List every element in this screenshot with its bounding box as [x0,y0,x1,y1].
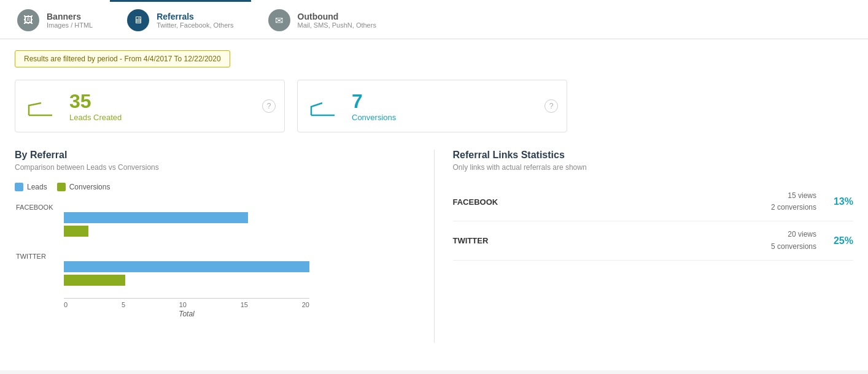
ref-name: FACEBOOK [453,197,771,207]
leads-bar [64,261,309,272]
leads-label: Leads Created [69,113,122,122]
tab-label-outbound: Outbound [298,12,376,21]
leads-chart-icon [28,94,58,118]
x-axis-label: Total [64,310,309,318]
by-referral-title: By Referral [15,150,416,161]
tab-sublabel-banners: Images / HTML [47,21,93,29]
leads-bar-row [64,261,416,272]
leads-bar-row [64,212,416,223]
leads-bar [64,212,248,223]
legend-leads-label: Leads [27,183,47,191]
tab-referrals[interactable]: 🖥 Referrals Twitter, Facebook, Others [110,0,250,39]
legend-leads-box [15,183,23,191]
tab-icon-outbound: ✉ [268,9,290,31]
conversions-help-icon[interactable]: ? [544,99,558,113]
ref-pct: 13% [829,196,853,207]
filter-badge: Results are filtered by period - From 4/… [15,50,230,67]
tab-outbound[interactable]: ✉ Outbound Mail, SMS, PushN, Others [251,0,393,39]
tab-label-banners: Banners [47,12,93,21]
conversions-label: Conversions [352,113,396,122]
conversions-chart-icon [310,94,341,118]
referral-links-section: Referral Links Statistics Only links wit… [434,150,854,343]
conversions-bar-row [64,275,416,286]
bar-label-facebook: FACEBOOK [16,204,416,211]
chart-bars: FACEBOOKTWITTER [64,200,416,286]
content-area: Results are filtered by period - From 4/… [0,39,868,370]
stats-row: 35 Leads Created ? 7 Conversions ? [15,80,853,132]
ref-pct: 25% [829,235,853,246]
leads-help-icon[interactable]: ? [262,99,276,113]
ref-views: 15 views [771,190,816,202]
conversions-bar-row [64,226,416,237]
legend-conversions-box [57,183,66,191]
tab-icon-referrals: 🖥 [127,9,149,31]
two-columns: By Referral Comparison between Leads vs … [15,150,853,343]
ref-stats: 20 views 5 conversions [771,229,816,252]
conversions-number: 7 [352,90,396,113]
bar-label-twitter: TWITTER [16,253,416,260]
conversions-bar [64,275,125,286]
x-axis: 05101520 [64,298,309,308]
ref-views: 20 views [771,229,816,240]
tab-banners[interactable]: 🖼 Banners Images / HTML [0,0,110,39]
conversions-bar [64,226,88,237]
ref-conversions: 2 conversions [771,202,816,213]
legend-conversions: Conversions [57,183,110,191]
ref-name: TWITTER [453,236,771,245]
x-tick: 15 [241,301,248,308]
leads-stat-text: 35 Leads Created [69,90,122,122]
chart-area: FACEBOOKTWITTER05101520Total [15,200,416,343]
bar-group-twitter: TWITTER [64,249,416,286]
x-tick: 0 [64,301,68,308]
conversions-stat-card: 7 Conversions ? [297,80,567,132]
ref-conversions: 5 conversions [771,241,816,253]
bar-group-facebook: FACEBOOK [64,200,416,237]
ref-stats: 15 views 2 conversions [771,190,816,213]
tab-icon-banners: 🖼 [17,9,39,31]
ref-links-subtitle: Only links with actual referrals are sho… [453,163,854,172]
tab-sublabel-outbound: Mail, SMS, PushN, Others [298,21,376,29]
x-tick: 5 [122,301,125,308]
leads-number: 35 [69,90,122,113]
leads-stat-card: 35 Leads Created ? [15,80,285,132]
ref-table-row: FACEBOOK 15 views 2 conversions 13% [453,183,854,221]
chart-legend: Leads Conversions [15,183,416,191]
tab-sublabel-referrals: Twitter, Facebook, Others [157,21,233,29]
x-tick: 20 [302,301,309,308]
x-tick: 10 [179,301,187,308]
legend-leads: Leads [15,183,47,191]
ref-links-title: Referral Links Statistics [453,150,854,161]
legend-conversions-label: Conversions [69,183,110,191]
ref-table: FACEBOOK 15 views 2 conversions 13% TWIT… [453,183,854,261]
tab-label-referrals: Referrals [157,12,233,21]
conversions-stat-text: 7 Conversions [352,90,396,122]
by-referral-section: By Referral Comparison between Leads vs … [15,150,434,343]
tabs-bar: 🖼 Banners Images / HTML 🖥 Referrals Twit… [0,0,868,39]
by-referral-subtitle: Comparison between Leads vs Conversions [15,163,416,172]
ref-table-row: TWITTER 20 views 5 conversions 25% [453,221,854,260]
